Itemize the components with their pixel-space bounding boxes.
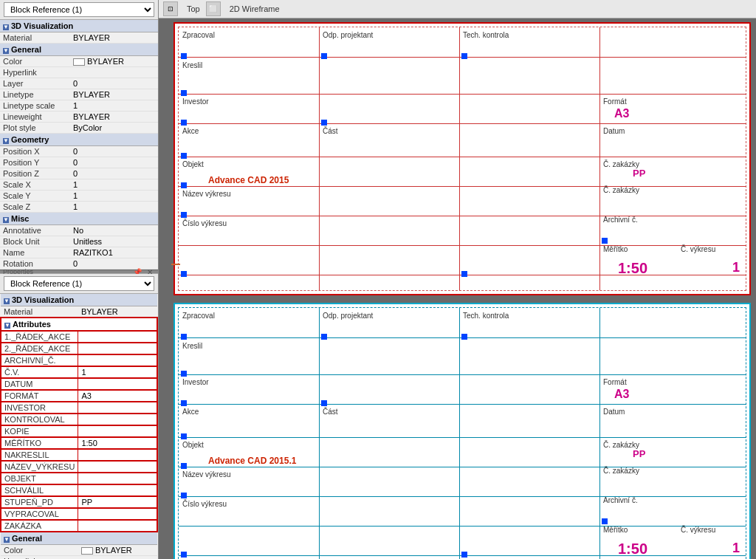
toolbar-icon-view[interactable]: ⊡ [163,1,178,16]
prop-scaley-top: Scale Y1 [0,191,158,202]
tb-top-text2: Odp. projektant [323,31,373,39]
attr-cv: Č.V.1 [1,366,157,378]
prop-material-bottom: MaterialBYLAYER [1,306,157,318]
attr-investor: INVESTOR [1,402,157,414]
tb-hline4 [179,157,746,157]
attr-kontroloval: KONTROLOVAL [1,414,157,425]
tb-b-archiv: Archivní č. [603,496,638,504]
tb-text-cislo: Číslo výkresu [182,219,227,227]
section-toggle-3dviz-top[interactable]: ▼ [3,24,9,30]
tb-right-datum: Datum [603,127,625,135]
section-toggle-geometry-top[interactable]: ▼ [3,138,9,144]
prop-blockunit-top: Block UnitUnitless [0,236,158,247]
blue-sq-12 [461,271,467,277]
attr-kopie: KOPIE [1,425,157,437]
section-attributes-bottom: ▼Attributes [1,318,157,331]
tb-scale-top: 1:50 [618,260,647,277]
section-3d-viz-top: ▼3D Visualization [0,20,158,32]
tb-right-cvykresu: Č. výkresu [681,245,715,253]
attr-meritko: MĚŘÍTKO1:50 [1,437,157,449]
tb-vline1 [319,27,320,290]
bb-sq-1 [181,334,187,340]
prop-scalex-top: Scale X1 [0,179,158,191]
tb-b-cislo: Číslo výkresu [182,500,227,508]
tb-top-text3: Tech. kontrola [463,31,509,39]
tb-b-akce: Akce [182,408,199,416]
canvas-main[interactable]: Zpracoval Odp. projektant Tech. kontrola… [159,18,756,559]
tb-right-meritko: Měřítko [603,245,628,253]
section-toggle-general-bottom[interactable]: ▼ [4,537,10,543]
tb-advance-bottom: Advance CAD 2015.1 [208,456,296,466]
section-geometry-top: ▼Geometry [0,134,158,146]
toolbar-icon-mode[interactable]: ⬜ [206,1,221,16]
prop-plotstyle-top: Plot styleByColor [0,123,158,134]
attr-nakreslil: NAKRESLIL [1,449,157,461]
color-swatch-top [73,58,85,66]
tb-b-kreslil: Kreslil [182,342,202,350]
attr-radek2: 2._ŘÁDEK_AKCE [1,343,157,354]
tb-b-datum: Datum [603,408,625,416]
tb-b-investor: Investor [182,378,209,386]
properties-panel: Block Reference (1) ▼3D Visualization Ma… [0,0,159,559]
tb-right-pp: PP [633,168,645,179]
tb-b-vline2 [459,308,460,559]
tb-vline2 [459,27,460,290]
tb-hline5 [179,186,746,187]
bb-sq-2 [321,334,327,340]
tb-b-one: 1 [732,541,740,556]
section-toggle-misc-top[interactable]: ▼ [3,217,9,223]
attr-archivni: ARCHIVNÍ_Č. [1,354,157,366]
prop-scalez-top: Scale Z1 [0,202,158,213]
section-3dviz-bottom: ▼3D Visualization [1,294,157,306]
bottom-properties-scroll[interactable]: ▼3D Visualization MaterialBYLAYER ▼Attri… [0,294,158,559]
tb-text-nazev: Název výkresu [182,190,231,198]
tb-b-nazev: Název výkresu [182,470,231,479]
bottom-panel-header: Block Reference (1) [0,274,158,294]
tb-top-inner: Zpracoval Odp. projektant Tech. kontrola… [178,27,746,291]
blue-sq-1 [181,53,187,59]
tb-text-objekt: Objekt [182,160,204,168]
tb-b-vline3 [599,308,600,559]
attr-schvalil: SCHVÁLIL [1,484,157,496]
section-toggle-attrs-bottom[interactable]: ▼ [4,323,10,329]
tb-b-a3: A3 [614,388,629,401]
canvas-area: ⊡ Top ⬜ 2D Wireframe [159,0,756,559]
attr-stupen: STUPEŇ_PDPP [1,496,157,508]
blue-sq-5 [181,120,187,126]
tb-text-akce2: Část [323,127,338,135]
tb-b-vline1 [319,308,320,559]
tb-b-hline7 [179,526,746,527]
blue-sq-7 [181,153,187,159]
tb-b-text3: Tech. kontrola [463,312,509,320]
view-label: Top [187,4,200,13]
prop-linetype-top: LinetypeBYLAYER [0,89,158,100]
bb-sq-8 [181,463,187,469]
attr-format: FORMÁTA3 [1,390,157,402]
block-reference-dropdown-top[interactable]: Block Reference (1) [4,2,154,17]
section-toggle-general-top[interactable]: ▼ [3,48,9,54]
block-reference-dropdown-bottom[interactable]: Block Reference (1) [4,276,154,291]
title-block-top: Zpracoval Odp. projektant Tech. kontrola… [173,22,751,295]
blue-sq-3 [461,53,467,59]
prop-ltscale-top: Linetype scale1 [0,100,158,112]
bb-sq-7 [181,433,187,439]
prop-layer-top: Layer0 [0,78,158,89]
bb-sq-3 [461,334,467,340]
mode-label: 2D Wireframe [230,4,280,13]
tb-right-a3: A3 [614,107,629,120]
tb-b-cvykresu: Č. výkresu [681,526,715,534]
blue-sq-10 [602,238,608,244]
section-general-bottom: ▼General [1,532,157,545]
blue-sq-11 [181,271,187,277]
bb-sq-11 [181,552,187,558]
attr-nazev: NÁZEV_VÝKRESU [1,461,157,473]
blue-sq-9 [181,212,187,218]
tb-b-text2: Odp. projektant [323,312,373,320]
bb-sq-12 [461,552,467,558]
bb-sq-6 [321,400,327,406]
prop-hyperlink-bottom: Hyperlink [1,556,157,559]
bb-sq-9 [181,493,187,498]
section-toggle-3dviz-bottom[interactable]: ▼ [4,298,10,304]
top-properties-scroll[interactable]: ▼3D Visualization MaterialBYLAYER ▼Gener… [0,20,158,270]
prop-lineweight-top: LineweightBYLAYER [0,112,158,123]
